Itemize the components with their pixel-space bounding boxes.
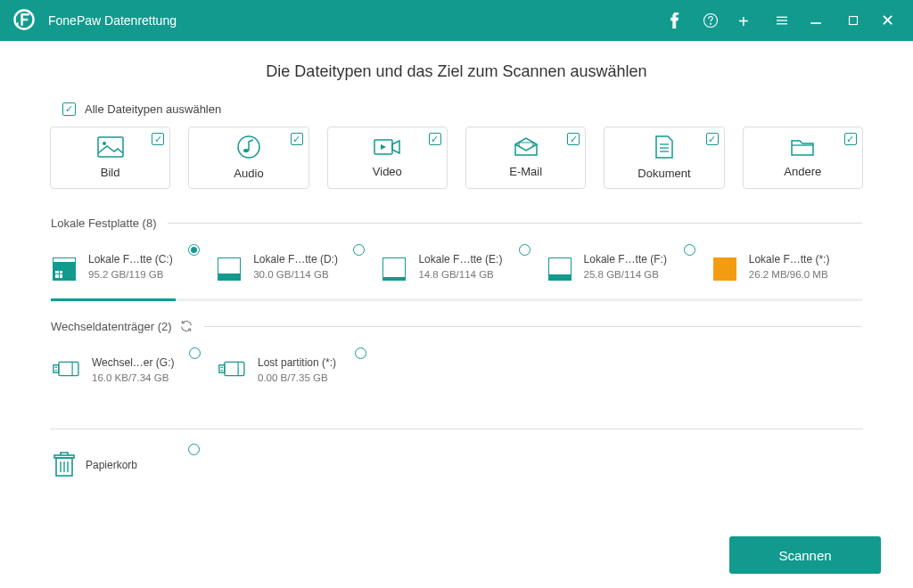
filetype-label: Dokument: [637, 167, 690, 180]
radio-icon[interactable]: [188, 444, 200, 455]
filetype-label: Audio: [234, 167, 263, 180]
filetype-label: Andere: [784, 165, 821, 178]
svg-rect-30: [54, 455, 74, 458]
maximize-icon[interactable]: [845, 12, 861, 29]
checkbox-icon[interactable]: ✓: [706, 133, 719, 145]
recycle-bin[interactable]: Papierkorb: [50, 447, 216, 489]
page-title: Die Dateitypen und das Ziel zum Scannen …: [50, 62, 863, 81]
usb-icon: [218, 355, 249, 385]
disk-size: 25.8 GB/114 GB: [584, 267, 667, 282]
local-disks-section: Lokale Festplatte (8) Lokale F…tte (C:)9…: [50, 216, 863, 318]
radio-icon[interactable]: [519, 244, 531, 256]
document-icon: [654, 135, 674, 161]
drive-icon: [548, 254, 575, 281]
svg-rect-7: [98, 137, 123, 157]
disk-size: 16.0 KB/7.34 GB: [92, 371, 174, 386]
svg-rect-17: [53, 365, 59, 373]
checkbox-icon[interactable]: ✓: [429, 133, 441, 145]
svg-rect-22: [219, 365, 225, 373]
video-icon: [374, 137, 400, 159]
local-disk-list: Lokale F…tte (C:)95.2 GB/119 GB Lokale F…: [51, 242, 862, 300]
disk-name: Lokale F…tte (F:): [584, 251, 667, 267]
filetype-email[interactable]: ✓ E-Mail: [465, 127, 586, 189]
scan-button[interactable]: Scannen: [729, 536, 881, 574]
removable-section-title: Wechseldatenträger (2): [51, 320, 172, 333]
disk-star[interactable]: Lokale F…tte (*:)26.2 MB/96.0 MB: [711, 248, 862, 291]
disk-name: Lokale F…tte (*:): [749, 251, 830, 267]
filetype-video[interactable]: ✓ Video: [327, 127, 448, 189]
menu-icon[interactable]: [774, 12, 790, 29]
removable-lost[interactable]: Lost partition (*:)0.00 B/7.35 GB: [217, 351, 382, 395]
scrollbar[interactable]: [51, 298, 862, 301]
drive-icon: [218, 254, 244, 281]
filetype-label: Video: [373, 165, 402, 178]
filetype-image[interactable]: ✓ Bild: [50, 127, 170, 189]
disk-name: Lokale F…tte (E:): [418, 251, 502, 267]
filetype-label: Bild: [101, 166, 120, 179]
app-title: FonePaw Datenrettung: [48, 13, 177, 28]
filetype-audio[interactable]: ✓ Audio: [188, 127, 308, 189]
refresh-icon[interactable]: [179, 319, 193, 333]
disk-name: Lokale F…tte (D:): [253, 251, 338, 267]
filetype-other[interactable]: ✓ Andere: [743, 127, 863, 189]
add-icon[interactable]: +: [738, 12, 754, 29]
titlebar: FonePaw Datenrettung + − ✕: [0, 0, 913, 41]
disk-size: 14.8 GB/114 GB: [418, 267, 502, 282]
disk-d[interactable]: Lokale F…tte (D:)30.0 GB/114 GB: [216, 248, 381, 291]
checkbox-icon[interactable]: ✓: [152, 133, 164, 145]
app-logo-icon: [12, 8, 36, 34]
select-all-label: Alle Dateitypen auswählen: [85, 102, 221, 116]
drive-icon: [382, 254, 409, 281]
removable-section: Wechseldatenträger (2) Wechsel…er (G:)16…: [50, 318, 863, 404]
filetype-grid: ✓ Bild ✓ Audio ✓ Video ✓ E-Mail ✓ Dokume…: [50, 127, 863, 189]
folder-icon: [790, 137, 815, 159]
disk-size: 30.0 GB/114 GB: [253, 267, 338, 282]
drive-icon: [53, 254, 79, 281]
trash-label: Papierkorb: [86, 457, 137, 473]
svg-point-8: [103, 142, 106, 145]
disk-name: Wechsel…er (G:): [92, 355, 174, 371]
disk-c[interactable]: Lokale F…tte (C:)95.2 GB/119 GB: [51, 248, 216, 291]
disk-size: 0.00 B/7.35 GB: [258, 371, 336, 386]
radio-icon[interactable]: [189, 347, 201, 359]
email-icon: [514, 137, 539, 159]
svg-rect-21: [225, 363, 244, 376]
select-all-row[interactable]: ✓ Alle Dateitypen auswählen: [62, 102, 863, 116]
disk-size: 26.2 MB/96.0 MB: [749, 267, 830, 282]
checkbox-icon[interactable]: ✓: [291, 133, 303, 145]
checkbox-icon[interactable]: ✓: [844, 133, 857, 145]
removable-g[interactable]: Wechsel…er (G:)16.0 KB/7.34 GB: [51, 351, 217, 395]
disk-name: Lost partition (*:): [258, 355, 336, 371]
drive-icon: [713, 254, 740, 281]
feedback-icon[interactable]: [703, 12, 719, 29]
usb-icon: [53, 355, 83, 385]
checkbox-icon[interactable]: ✓: [567, 133, 580, 145]
svg-point-10: [243, 149, 249, 152]
minimize-icon[interactable]: −: [810, 12, 826, 29]
select-all-checkbox[interactable]: ✓: [62, 102, 76, 116]
audio-icon: [237, 135, 260, 161]
filetype-document[interactable]: ✓ Dokument: [604, 127, 724, 189]
radio-icon[interactable]: [684, 244, 695, 256]
local-section-title: Lokale Festplatte (8): [51, 216, 157, 230]
close-icon[interactable]: ✕: [881, 12, 897, 29]
disk-f[interactable]: Lokale F…tte (F:)25.8 GB/114 GB: [547, 248, 711, 291]
radio-selected[interactable]: [188, 244, 200, 256]
radio-icon[interactable]: [353, 244, 365, 256]
svg-rect-6: [850, 17, 858, 25]
svg-rect-16: [59, 363, 78, 376]
disk-e[interactable]: Lokale F…tte (E:)14.8 GB/114 GB: [381, 248, 546, 291]
trash-icon: [52, 451, 77, 480]
facebook-icon[interactable]: [667, 12, 683, 29]
filetype-label: E-Mail: [509, 165, 542, 178]
removable-list: Wechsel…er (G:)16.0 KB/7.34 GB Lost part…: [51, 346, 862, 404]
disk-size: 95.2 GB/119 GB: [88, 267, 173, 282]
image-icon: [97, 136, 124, 160]
radio-icon[interactable]: [355, 347, 366, 359]
svg-point-2: [710, 23, 711, 25]
disk-name: Lokale F…tte (C:): [88, 251, 173, 267]
